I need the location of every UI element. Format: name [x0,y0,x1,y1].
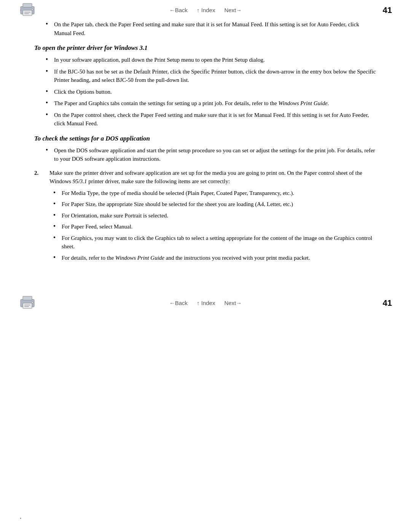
bottom-nav-links: ←Back ↑ Index Next→ [169,300,242,306]
section2-bullet-1: Open the DOS software application and st… [46,146,377,163]
printer-icon [19,3,36,16]
intro-bullet-item: On the Paper tab, check the Paper Feed s… [46,20,377,37]
section1-bullet-list: In your software application, pull down … [46,56,377,128]
svg-rect-10 [24,306,29,307]
item-number: 2. [34,169,42,265]
main-content: On the Paper tab, check the Paper Feed s… [0,20,411,281]
svg-rect-9 [24,305,30,305]
section1-bullet-4: The Paper and Graphics tabs contain the … [46,99,377,108]
svg-rect-1 [23,3,32,7]
top-nav-links: ←Back ↑ Index Next→ [169,7,242,13]
bottom-back-link[interactable]: ←Back [169,300,188,306]
top-logo [19,3,36,18]
svg-point-5 [32,9,33,10]
intro-bullet-list: On the Paper tab, check the Paper Feed s… [46,20,377,37]
next-link[interactable]: Next→ [224,7,242,13]
bottom-logo [19,296,36,311]
bottom-dot-decoration: . [20,513,22,521]
section1-bullet-2: If the BJC-50 has not be set as the Defa… [46,67,377,85]
svg-rect-3 [24,12,30,13]
windows-version: 95/3.1 [73,178,87,184]
bottom-nav-bar: ←Back ↑ Index Next→ 41 [0,293,411,313]
section1-bullet-1: In your software application, pull down … [46,56,377,64]
index-link[interactable]: ↑ Index [197,7,215,13]
numbered-item-2: 2. Make sure the printer driver and soft… [34,169,377,265]
top-nav-bar: ←Back ↑ Index Next→ 41 [0,0,411,20]
section2-heading: To check the settings for a DOS applicat… [34,135,377,142]
bottom-printer-icon [19,296,36,309]
sub-bullet-6: For details, refer to the Windows Print … [53,254,377,262]
item-text-block: Make sure the printer driver and softwar… [49,169,377,265]
sub-bullet-2: For Paper Size, the appropriate Size sho… [53,200,377,209]
svg-rect-2 [23,10,32,16]
back-link[interactable]: ←Back [169,7,188,13]
section1-bullet-3: Click the Options button. [46,88,377,96]
windows-print-guide-ref1: Windows Print Guide [278,100,327,106]
section2-bullet-list: Open the DOS software application and st… [46,146,377,163]
section1-heading: To open the printer driver for Windows 3… [34,44,377,52]
windows-print-guide-ref2: Windows Print Guide [115,255,164,261]
item-intro: Make sure the printer driver and softwar… [49,169,377,186]
bottom-index-link[interactable]: ↑ Index [197,300,215,306]
sub-bullet-4: For Paper Feed, select Manual. [53,222,377,231]
svg-point-11 [32,302,33,303]
sub-bullet-1: For Media Type, the type of media should… [53,189,377,198]
section1-bullet-5: On the Paper control sheet, check the Pa… [46,111,377,128]
svg-rect-7 [23,296,32,300]
bottom-page-number: 41 [383,298,392,308]
top-page-number: 41 [383,5,392,15]
svg-rect-4 [24,13,29,14]
bottom-next-link[interactable]: Next→ [224,300,242,306]
sub-bullet-list: For Media Type, the type of media should… [53,189,377,262]
page: . ←Back ↑ Index Next→ 41 On the [0,0,411,532]
sub-bullet-5: For Graphics, you may want to click the … [53,234,377,251]
svg-rect-8 [23,303,32,308]
sub-bullet-3: For Orientation, make sure Portrait is s… [53,211,377,220]
